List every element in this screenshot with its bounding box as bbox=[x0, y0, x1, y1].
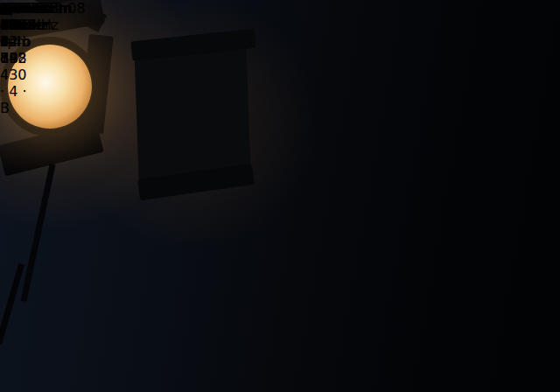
io-shroud bbox=[228, 12, 257, 88]
edge-connector-2 bbox=[172, 0, 208, 1]
ram-slot bbox=[24, 5, 187, 14]
cpu-cooler bbox=[86, 30, 142, 68]
pcie-slot bbox=[10, 68, 108, 78]
pcie-slot bbox=[26, 84, 131, 94]
edge-connector bbox=[102, 0, 150, 3]
heatsink-bar bbox=[4, 52, 93, 62]
pcie-slot bbox=[21, 100, 161, 108]
ram-slot bbox=[16, 18, 187, 26]
pcie-slot bbox=[38, 112, 150, 120]
heatsink-bar bbox=[0, 38, 80, 48]
finned-heatsink bbox=[171, 22, 227, 80]
studio-scene: ≡ Waveform Session ▤⊞ Spectrum — 48 Hz ▾… bbox=[0, 0, 560, 392]
glowing-lens-right bbox=[153, 75, 227, 149]
